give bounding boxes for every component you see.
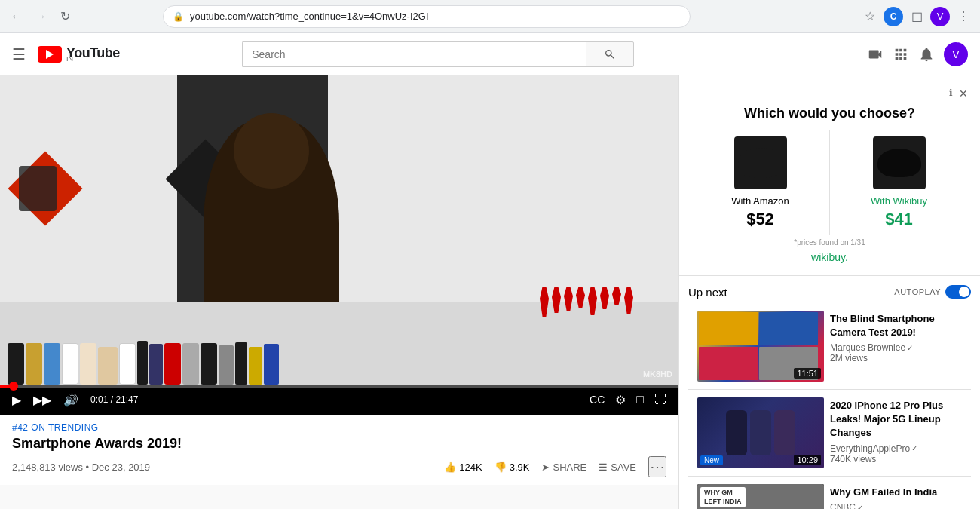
profile-circle[interactable]: C xyxy=(884,7,903,26)
verified-icon-1: ✓ xyxy=(907,344,913,352)
video-section: MK8HD ▶ ▶▶ 🔊 0:01 / 21:47 CC ⚙ □ ⛶ #42 O… xyxy=(0,75,678,509)
hamburger-menu[interactable]: ☰ xyxy=(12,45,26,63)
volume-button[interactable]: 🔊 xyxy=(60,390,81,410)
video-watermark: MK8HD xyxy=(643,369,672,379)
ad-product-amazon[interactable]: With Amazon $52 xyxy=(691,130,830,235)
video-card-1[interactable]: 11:51 The Blind Smartphone Camera Test 2… xyxy=(688,306,971,386)
card-views-2: 740K views xyxy=(830,454,962,465)
card-info-1: The Blind Smartphone Camera Test 2019! M… xyxy=(830,311,962,382)
more-button[interactable]: ⋯ xyxy=(648,456,666,477)
card-title-2: 2020 iPhone 12 Pro Plus Leaks! Major 5G … xyxy=(830,399,962,440)
duration-badge-2: 10:29 xyxy=(794,455,821,465)
search-icon xyxy=(604,48,616,60)
extension-button[interactable]: ◫ xyxy=(906,6,927,27)
ad-close-button[interactable]: ✕ xyxy=(959,87,968,100)
video-card-2[interactable]: 10:29 New 2020 iPhone 12 Pro Plus Leaks!… xyxy=(688,393,971,473)
lock-icon: 🔒 xyxy=(173,11,184,22)
notifications-button[interactable] xyxy=(918,46,935,63)
up-next-section: Up next AUTOPLAY 11:51 xyxy=(679,276,980,509)
up-next-header: Up next AUTOPLAY xyxy=(688,285,971,299)
view-count: 2,148,813 views • Dec 23, 2019 xyxy=(12,461,150,473)
thumbnail-1: 11:51 xyxy=(697,311,824,382)
fullscreen-button[interactable]: ⛶ xyxy=(651,390,669,409)
card-channel-3: CNBC ✓ xyxy=(830,502,962,509)
trending-badge: #42 ON TRENDING xyxy=(12,422,666,433)
back-button[interactable]: ← xyxy=(6,6,27,27)
card-title-1: The Blind Smartphone Camera Test 2019! xyxy=(830,312,962,339)
like-button[interactable]: 👍 124K xyxy=(444,461,482,473)
settings-button[interactable]: ⚙ xyxy=(612,390,629,410)
browser-chrome: ← → ↻ 🔒 youtube.com/watch?time_continue=… xyxy=(0,0,980,33)
youtube-logo[interactable]: YouTube IN xyxy=(38,45,120,63)
address-bar[interactable]: 🔒 youtube.com/watch?time_continue=1&v=4O… xyxy=(163,5,691,28)
video-actions: 👍 124K 👎 3.9K ➤ SHARE ☰ SAVE xyxy=(444,456,666,477)
ad-product-wikibuy[interactable]: With Wikibuy $41 xyxy=(830,130,968,235)
card-title-3: Why GM Failed In India xyxy=(830,486,962,499)
url-text: youtube.com/watch?time_continue=1&v=4Onw… xyxy=(190,11,429,22)
user-avatar[interactable]: V xyxy=(944,42,968,66)
progress-dot xyxy=(9,382,18,391)
youtube-logo-icon xyxy=(38,46,62,63)
share-button[interactable]: ➤ SHARE xyxy=(541,461,586,473)
verified-icon-2: ✓ xyxy=(911,444,917,452)
video-controls: ▶ ▶▶ 🔊 0:01 / 21:47 CC ⚙ □ ⛶ xyxy=(0,385,678,415)
amazon-label: With Amazon xyxy=(697,195,823,207)
wikibuy-link[interactable]: wikibuy. xyxy=(691,251,968,263)
youtube-logo-country: IN xyxy=(66,55,120,63)
thumb-bg-3: WHY GMLEFT INDIA xyxy=(697,484,824,509)
user-avatar-browser[interactable]: V xyxy=(930,7,950,26)
thumbnail-3: WHY GMLEFT INDIA xyxy=(697,484,824,509)
trophies xyxy=(540,287,633,317)
header-actions: V xyxy=(867,42,968,66)
progress-bar-container[interactable] xyxy=(0,385,678,388)
toggle-thumb xyxy=(959,287,969,297)
time-display: 0:01 / 21:47 xyxy=(90,394,138,405)
card-info-2: 2020 iPhone 12 Pro Plus Leaks! Major 5G … xyxy=(830,397,962,468)
ad-section: ℹ ✕ Which would you choose? With Amazon … xyxy=(679,75,980,276)
controller-icon-amazon xyxy=(738,148,783,178)
autoplay-label: AUTOPLAY xyxy=(894,287,941,296)
menu-button[interactable]: ⋮ xyxy=(953,6,974,27)
autoplay-toggle[interactable] xyxy=(945,285,971,299)
card-views-1: 2M views xyxy=(830,353,962,363)
card-channel-2: EverythingApplePro ✓ xyxy=(830,443,962,454)
next-button[interactable]: ▶▶ xyxy=(30,390,54,410)
video-player[interactable]: MK8HD xyxy=(0,75,678,385)
dislike-button[interactable]: 👎 3.9K xyxy=(495,461,530,473)
up-next-label: Up next xyxy=(688,286,727,299)
like-count: 124K xyxy=(459,461,482,473)
video-card-3[interactable]: WHY GMLEFT INDIA Why GM Failed In India … xyxy=(688,480,971,509)
search-input[interactable] xyxy=(242,41,586,67)
price-note: *prices found on 1/31 xyxy=(691,238,968,247)
share-icon: ➤ xyxy=(541,461,550,473)
save-button[interactable]: ☰ SAVE xyxy=(599,461,636,473)
ad-header: ℹ ✕ xyxy=(691,87,968,100)
new-badge-2: New xyxy=(700,455,723,465)
divider-2 xyxy=(688,476,971,477)
reload-button[interactable]: ↻ xyxy=(54,6,75,27)
ad-info-icon[interactable]: ℹ xyxy=(949,87,953,100)
divider-1 xyxy=(688,389,971,390)
duration-badge-1: 11:51 xyxy=(794,368,821,379)
upload-button[interactable] xyxy=(867,46,884,63)
autoplay-section: AUTOPLAY xyxy=(894,285,971,299)
miniplayer-button[interactable]: □ xyxy=(633,390,647,409)
controls-right: CC ⚙ □ ⛶ xyxy=(586,390,669,410)
ad-title: Which would you choose? xyxy=(691,106,968,121)
forward-button[interactable]: → xyxy=(30,6,51,27)
youtube-header: ☰ YouTube IN V xyxy=(0,33,980,75)
subtitles-button[interactable]: CC xyxy=(586,391,608,409)
search-button[interactable] xyxy=(586,41,634,67)
dislike-count: 3.9K xyxy=(510,461,530,473)
thumbnail-2: 10:29 New xyxy=(697,397,824,468)
person-head xyxy=(234,113,309,189)
play-button[interactable]: ▶ xyxy=(9,390,24,410)
phones-row xyxy=(0,324,678,385)
amazon-price: $52 xyxy=(697,210,823,229)
nav-buttons: ← → ↻ xyxy=(6,6,75,27)
bookmark-button[interactable]: ☆ xyxy=(859,6,880,27)
main-content: MK8HD ▶ ▶▶ 🔊 0:01 / 21:47 CC ⚙ □ ⛶ #42 O… xyxy=(0,75,980,509)
video-background: MK8HD xyxy=(0,75,678,385)
ad-products: With Amazon $52 With Wikibuy $41 xyxy=(691,130,968,235)
apps-button[interactable] xyxy=(893,46,909,63)
